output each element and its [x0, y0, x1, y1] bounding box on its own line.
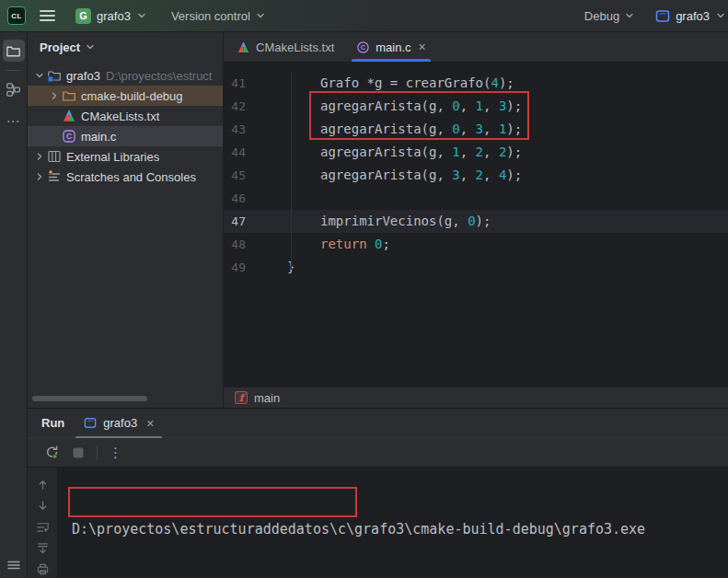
project-widget[interactable]: G grafo3: [75, 8, 147, 24]
libraries-icon: [47, 149, 62, 164]
main-menu-icon[interactable]: [40, 10, 55, 21]
tree-item-scratches[interactable]: Scratches and Consoles: [28, 167, 223, 187]
tree-item-external-libraries[interactable]: External Libraries: [28, 146, 223, 167]
project-avatar: G: [75, 8, 91, 24]
chevron-down-icon: [624, 10, 635, 21]
next-occurrence-icon[interactable]: [36, 499, 50, 513]
tree-item-cmakelists[interactable]: CMakeLists.txt: [28, 106, 223, 126]
tree-item-label: grafo3: [66, 69, 100, 83]
clion-logo[interactable]: CL: [7, 6, 26, 25]
breadcrumb: f main: [224, 387, 728, 408]
run-configuration-name: grafo3: [676, 9, 710, 23]
main-toolbar: CL G grafo3 Version control Debug grafo3: [0, 0, 728, 32]
more-options-icon[interactable]: ⋮: [109, 445, 122, 461]
run-toolwindow: Run grafo3 × ⋮: [28, 408, 728, 578]
tree-item-cmake-build-debug[interactable]: cmake-build-debug: [28, 86, 223, 106]
editor-area: CMakeLists.txt C main.c × 41 Grafo *g = …: [224, 32, 728, 408]
folder-icon: [62, 88, 76, 103]
ide-window: CL G grafo3 Version control Debug grafo3: [0, 0, 728, 578]
project-name: grafo3: [97, 9, 131, 23]
scratches-icon: [47, 169, 62, 184]
build-type-label: Debug: [584, 9, 619, 23]
project-toolwindow-button[interactable]: [3, 40, 25, 62]
print-icon[interactable]: [36, 562, 50, 576]
tab-label: main.c: [376, 40, 410, 54]
code-editor[interactable]: 41 Grafo *g = crearGrafo(4); 42 agregarA…: [224, 63, 728, 387]
cmake-icon: [237, 40, 250, 54]
version-control-widget[interactable]: Version control: [171, 9, 266, 23]
code-line-43[interactable]: 43 agregarArista(g, 0, 3, 1);: [224, 118, 728, 141]
tree-item-label: CMakeLists.txt: [81, 110, 159, 123]
svg-text:C: C: [361, 43, 366, 52]
chevron-right-icon: [34, 151, 45, 162]
run-toolwindow-title: Run: [41, 416, 64, 430]
editor-tab-bar: CMakeLists.txt C main.c ×: [224, 32, 728, 63]
run-console[interactable]: D:\proyectos\estructuraddedatos\c\grafo3…: [28, 468, 728, 578]
tree-item-label: Scratches and Consoles: [66, 170, 196, 184]
folder-icon: [6, 43, 21, 59]
chevron-down-icon: [136, 10, 147, 21]
chevron-down-icon: [255, 10, 266, 21]
line-number: 43: [224, 118, 258, 141]
structure-icon: [6, 82, 21, 98]
code-line-47-current[interactable]: 47 imprimirVecinos(g, 0);: [224, 210, 728, 233]
run-tab-label: grafo3: [103, 416, 137, 430]
stop-icon[interactable]: [71, 445, 86, 460]
line-number: 47: [224, 210, 258, 233]
indent-guide: [291, 72, 292, 270]
function-icon: f: [235, 391, 248, 404]
c-class-icon: C: [356, 40, 370, 54]
line-number: 46: [224, 187, 258, 210]
horizontal-scrollbar-thumb[interactable]: [32, 396, 147, 401]
c-file-icon: C: [62, 129, 76, 144]
tree-item-project-root[interactable]: grafo3 D:\proyectos\estruct: [28, 65, 223, 86]
project-panel: Project grafo3 D:\proyectos\estruct cmak…: [28, 32, 224, 408]
chevron-down-icon: [85, 41, 96, 52]
more-toolwindows-icon[interactable]: ⋯: [6, 113, 21, 130]
toolwindow-rail: ⋯: [0, 32, 28, 578]
tab-label: CMakeLists.txt: [256, 40, 334, 54]
close-run-tab-icon[interactable]: ×: [146, 416, 154, 431]
svg-text:C: C: [66, 132, 72, 141]
line-number: 42: [224, 95, 258, 118]
tree-item-path: D:\proyectos\estruct: [106, 69, 213, 83]
run-tab-grafo3[interactable]: grafo3 ×: [75, 409, 162, 437]
code-line-49[interactable]: 49 }: [224, 256, 728, 279]
app-window-icon: [84, 417, 97, 429]
run-toolwindow-header: Run grafo3 ×: [28, 409, 728, 438]
code-line-48[interactable]: 48 return 0;: [224, 233, 728, 256]
version-control-label: Version control: [171, 9, 250, 23]
close-tab-icon[interactable]: ×: [419, 40, 426, 53]
tab-cmakelists[interactable]: CMakeLists.txt: [225, 32, 345, 62]
code-line-41[interactable]: 41 Grafo *g = crearGrafo(4);: [224, 72, 728, 95]
rerun-icon[interactable]: [44, 445, 60, 460]
scroll-to-end-icon[interactable]: [36, 541, 50, 555]
breadcrumb-item-main[interactable]: main: [254, 391, 280, 405]
code-line-42[interactable]: 42 agregarArista(g, 0, 1, 3);: [224, 95, 728, 118]
chevron-right-icon: [49, 90, 60, 101]
line-number: 41: [224, 72, 258, 95]
run-toolbar: ⋮: [28, 438, 728, 468]
toolbar-divider: [97, 445, 98, 460]
structure-toolwindow-button[interactable]: [3, 78, 25, 100]
line-number: 44: [224, 141, 258, 164]
run-configuration-selector[interactable]: grafo3: [655, 9, 726, 23]
line-number: 48: [224, 233, 258, 256]
soft-wrap-icon[interactable]: [36, 520, 50, 534]
console-line-path: D:\proyectos\estructuraddedatos\c\grafo3…: [72, 518, 728, 540]
project-panel-header[interactable]: Project: [28, 32, 223, 62]
code-line-46[interactable]: 46: [224, 187, 728, 210]
console-toolbar: [28, 468, 57, 578]
console-output[interactable]: D:\proyectos\estructuraddedatos\c\grafo3…: [57, 468, 728, 578]
code-line-44[interactable]: 44 agregarArista(g, 1, 2, 2);: [224, 141, 728, 164]
app-window-icon: [655, 9, 670, 23]
prev-occurrence-icon[interactable]: [36, 478, 50, 491]
build-type-selector[interactable]: Debug: [584, 9, 635, 23]
code-line-45[interactable]: 45 agregarArista(g, 3, 2, 4);: [224, 164, 728, 187]
project-panel-title: Project: [40, 40, 80, 54]
tree-item-label: cmake-build-debug: [81, 89, 183, 103]
tree-item-main-c[interactable]: C main.c: [28, 126, 223, 146]
chevron-down-icon: [715, 10, 726, 21]
layout-settings-icon[interactable]: [0, 559, 28, 572]
tab-main-c[interactable]: C main.c ×: [345, 32, 436, 62]
